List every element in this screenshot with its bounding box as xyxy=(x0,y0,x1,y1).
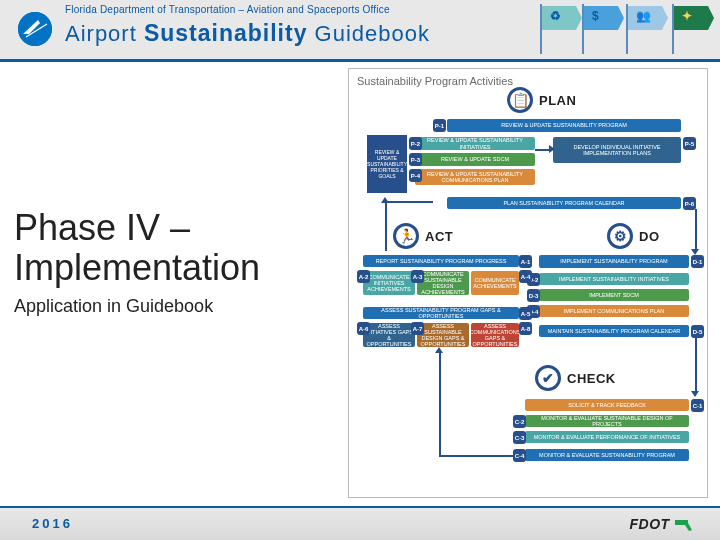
num-a2: A-2 xyxy=(357,270,370,283)
phase-subtitle: Application in Guidebook xyxy=(14,296,213,317)
plan-p5: DEVELOP INDIVIDUAL INITIATIVE IMPLEMENTA… xyxy=(553,137,681,163)
act-a6: ASSESS INITIATIVES GAPS & OPPORTUNITIES xyxy=(363,323,415,347)
act-section-label: 🏃 ACT xyxy=(393,223,453,249)
num-a4: A-4 xyxy=(519,270,532,283)
plan-section-label: 📋 PLAN xyxy=(507,87,576,113)
phase-title-line1: Phase IV – xyxy=(14,207,190,248)
do-footer: MAINTAIN SUSTAINABILITY PROGRAM CALENDAR xyxy=(539,325,689,337)
diagram-title: Sustainability Program Activities xyxy=(357,75,699,87)
header-title: Airport Sustainability Guidebook xyxy=(65,20,430,47)
check-icon: ✔ xyxy=(535,365,561,391)
plan-p2: REVIEW & UPDATE SUSTAINABILITY INITIATIV… xyxy=(415,137,535,150)
num-c2: C-2 xyxy=(513,415,526,428)
do-d2: IMPLEMENT SUSTAINABILITY INITIATIVES xyxy=(539,273,689,285)
do-d4: IMPLEMENT COMMUNICATIONS PLAN xyxy=(539,305,689,317)
num-a8: A-8 xyxy=(519,322,532,335)
slide-footer: 2016 FDOT xyxy=(0,506,720,540)
check-section-label: ✔ CHECK xyxy=(535,365,616,391)
header-title-bold: Sustainability xyxy=(144,20,308,46)
act-h2: ASSESS SUSTAINABILITY PROGRAM GAPS & OPP… xyxy=(363,307,519,319)
act-a7: ASSESS SUSTAINABLE DESIGN GAPS & OPPORTU… xyxy=(417,323,469,347)
recycle-icon: ♻ xyxy=(550,9,561,23)
plan-header: REVIEW & UPDATE SUSTAINABILITY PROGRAM xyxy=(447,119,681,132)
num-a3: A-3 xyxy=(411,270,424,283)
header-title-post: Guidebook xyxy=(307,21,430,46)
sparkle-icon: ✦ xyxy=(682,9,692,23)
act-h1: REPORT SUSTAINABILITY PROGRAM PROGRESS xyxy=(363,255,519,267)
num-p5: P-5 xyxy=(683,137,696,150)
plan-side: REVIEW & UPDATE SUSTAINABILITY PRIORITIE… xyxy=(367,135,407,193)
plan-footer: PLAN SUSTAINABILITY PROGRAM CALENDAR xyxy=(447,197,681,209)
num-a6: A-6 xyxy=(357,322,370,335)
header-dept-line: Florida Department of Transportation – A… xyxy=(65,4,390,15)
runner-icon: 🏃 xyxy=(393,223,419,249)
gears-icon: ⚙ xyxy=(607,223,633,249)
plan-p4: REVIEW & UPDATE SUSTAINABILITY COMMUNICA… xyxy=(415,169,535,185)
check-c3: MONITOR & EVALUATE PERFORMANCE OF INITIA… xyxy=(525,431,689,443)
phase-title: Phase IV – Implementation xyxy=(14,208,260,288)
num-d1: D-1 xyxy=(691,255,704,268)
people-icon: 👥 xyxy=(636,9,651,23)
phase-title-line2: Implementation xyxy=(14,247,260,288)
act-a3: COMMUNICATE SUSTAINABLE DESIGN ACHIEVEME… xyxy=(417,271,469,295)
fdot-logo-icon xyxy=(18,12,52,46)
header-title-pre: Airport xyxy=(65,21,144,46)
num-c4: C-4 xyxy=(513,449,526,462)
florida-map-icon xyxy=(674,518,696,532)
svg-point-0 xyxy=(18,12,52,46)
plan-p3: REVIEW & UPDATE SDCM xyxy=(415,153,535,166)
num-d5: D-5 xyxy=(691,325,704,338)
num-a7: A-7 xyxy=(411,322,424,335)
check-c4: MONITOR & EVALUATE SUSTAINABILITY PROGRA… xyxy=(525,449,689,461)
num-p4: P-4 xyxy=(409,169,422,182)
footer-year: 2016 xyxy=(32,516,73,531)
num-c3: C-3 xyxy=(513,431,526,444)
num-p2: P-2 xyxy=(409,137,422,150)
num-p1: P-1 xyxy=(433,119,446,132)
act-a4: COMMUNICATE ACHIEVEMENTS xyxy=(471,271,519,295)
clipboard-icon: 📋 xyxy=(507,87,533,113)
slide-header: Florida Department of Transportation – A… xyxy=(0,0,720,62)
check-c1: SOLICIT & TRACK FEEDBACK xyxy=(525,399,689,411)
footer-fdot-logo: FDOT xyxy=(630,516,697,532)
num-a1: A-1 xyxy=(519,255,532,268)
do-d3: IMPLEMENT SDCM xyxy=(539,289,689,301)
num-d3: D-3 xyxy=(527,289,540,302)
header-flags-decor: ♻ $ 👥 ✦ xyxy=(520,0,710,62)
act-a8: ASSESS COMMUNICATIONS GAPS & OPPORTUNITI… xyxy=(471,323,519,347)
num-c1: C-1 xyxy=(691,399,704,412)
do-header: IMPLEMENT SUSTAINABILITY PROGRAM xyxy=(539,255,689,268)
process-diagram: Sustainability Program Activities 📋 PLAN… xyxy=(348,68,708,498)
num-a5: A-5 xyxy=(519,307,532,320)
num-p3: P-3 xyxy=(409,153,422,166)
check-c2: MONITOR & EVALUATE SUSTAINABLE DESIGN OF… xyxy=(525,415,689,427)
do-section-label: ⚙ DO xyxy=(607,223,660,249)
act-a2: COMMUNICATE INITIATIVES ACHIEVEMENTS xyxy=(363,271,415,295)
money-icon: $ xyxy=(592,9,599,23)
